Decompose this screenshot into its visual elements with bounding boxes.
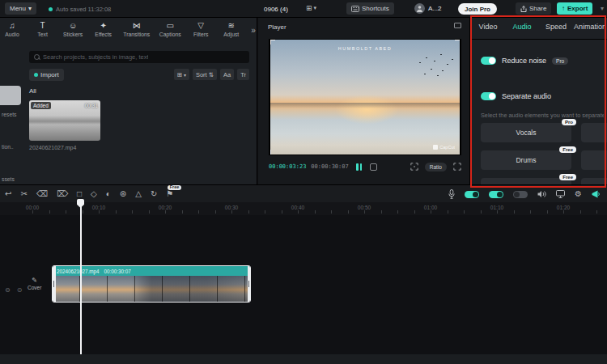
tool-stickers[interactable]: ☺Stickers <box>62 21 83 37</box>
export-button[interactable]: ↑ Export <box>557 2 592 15</box>
stem-vocals-button[interactable]: VocalsPro <box>481 123 571 142</box>
text-icon: T <box>40 21 45 31</box>
mask-icon[interactable]: ◐ <box>106 190 111 198</box>
stem-guitar-button[interactable]: Guitar <box>581 150 607 170</box>
stop-button[interactable] <box>370 163 377 171</box>
export-label: Export <box>567 5 588 12</box>
speaker-icon[interactable] <box>537 190 546 198</box>
added-badge: Added <box>31 102 51 109</box>
account-button[interactable]: A...2 <box>414 3 441 14</box>
stem-badge: Free <box>559 174 576 180</box>
chevron-down-icon[interactable]: ▾ <box>601 5 604 12</box>
tool-adjust[interactable]: ≋Adjust <box>221 21 242 37</box>
undo-icon[interactable]: ↩ <box>5 190 11 198</box>
tool-audio[interactable]: ♫Audio <box>2 21 23 37</box>
stem-drums-button[interactable]: DrumsFree <box>481 150 571 170</box>
media-category-rail: resets tion.. ssets <box>0 65 24 184</box>
ruler-label: 00:50 <box>358 205 371 210</box>
track-lock-icon[interactable]: ⊙ <box>17 286 23 294</box>
timeline-toggle-2[interactable] <box>489 191 503 198</box>
fit-screen-icon[interactable] <box>410 163 418 171</box>
selection-handle[interactable] <box>455 40 460 44</box>
share-label: Share <box>529 5 546 12</box>
pencil-icon: ✎ <box>32 277 37 284</box>
rail-item-animation[interactable]: tion.. <box>2 144 14 150</box>
tab-animation[interactable]: Animation <box>573 23 607 31</box>
sticker-icon: ☺ <box>69 21 77 31</box>
avatar <box>414 3 425 14</box>
menu-button[interactable]: Menu ▾ <box>5 2 36 15</box>
microphone-icon[interactable] <box>448 189 455 199</box>
separate-audio-toggle[interactable] <box>481 92 496 100</box>
trim-handle-left[interactable] <box>52 265 56 303</box>
tool-text[interactable]: TText <box>32 21 53 37</box>
timeline-toggle-1[interactable] <box>465 191 479 198</box>
filter-tr-button[interactable]: Tr <box>237 69 249 80</box>
tool-captions[interactable]: ▭Captions <box>159 21 181 37</box>
all-filter-label[interactable]: All <box>29 87 36 95</box>
share-button[interactable]: Share <box>516 2 551 15</box>
media-panel: ♫Audio TText ☺Stickers ✦Effects ⋈Transit… <box>0 18 257 184</box>
view-mode-button[interactable]: ⊞▾ <box>174 69 189 80</box>
playhead-line[interactable] <box>80 201 82 354</box>
timeline-tracks[interactable]: ⊖ ⊙ ✎ Cover 20240621027.mp4 00:00:30:07 <box>0 215 607 364</box>
tab-speed[interactable]: Speed <box>539 23 573 31</box>
rail-item-assets[interactable]: ssets <box>2 176 15 182</box>
search-placeholder: Search projects, subjects in image, text <box>43 53 148 61</box>
megaphone-icon[interactable] <box>592 190 601 198</box>
delete-left-icon[interactable]: ⌫ <box>36 190 48 198</box>
tool-transitions[interactable]: ⋈Transitions <box>123 21 150 37</box>
pro-badge: Pro <box>552 57 568 65</box>
selection-handle[interactable] <box>270 40 275 44</box>
join-pro-button[interactable]: Join Pro <box>458 3 497 15</box>
selection-handle[interactable] <box>270 150 275 154</box>
video-clip[interactable]: 20240621027.mp4 00:00:30:07 <box>52 265 251 303</box>
ratio-button[interactable]: Ratio <box>425 163 447 171</box>
layout-grid-button[interactable]: ⊞ ▾ <box>306 4 316 12</box>
video-stage: HUMBOLDT ABED CapCut <box>269 39 461 155</box>
import-row: Import ⊞▾ Sort⇅ Aa Tr <box>29 69 249 81</box>
filter-tool-icon[interactable]: △ <box>135 190 142 198</box>
cover-button[interactable]: ✎ Cover <box>28 277 41 290</box>
filter-aa-button[interactable]: Aa <box>220 69 234 80</box>
track-hide-icon[interactable]: ⊖ <box>5 286 11 294</box>
delete-right-icon[interactable]: ⌦ <box>57 190 68 198</box>
pause-button[interactable] <box>356 163 362 171</box>
settings-gear-icon[interactable]: ⚙ <box>575 190 582 198</box>
media-search-input[interactable]: Search projects, subjects in image, text <box>29 51 249 63</box>
reduce-noise-toggle[interactable] <box>481 57 496 65</box>
fullscreen-icon[interactable] <box>453 163 461 171</box>
tab-video[interactable]: Video <box>471 23 505 31</box>
player-display-icon[interactable] <box>454 23 461 28</box>
timeline-ruler[interactable]: 00:00 00:10 00:20 00:30 00:40 00:50 01:0… <box>0 202 607 215</box>
timeline-toggle-3[interactable] <box>513 191 528 198</box>
rotate-icon[interactable]: ↻ <box>151 190 157 198</box>
shortcuts-button[interactable]: Shortcuts <box>346 2 394 15</box>
asset-tools-row: ♫Audio TText ☺Stickers ✦Effects ⋈Transit… <box>2 21 256 37</box>
stem-instrument-button[interactable]: Instrument <box>581 123 607 142</box>
timeline-scroll-strip[interactable] <box>0 354 607 364</box>
rail-selected-item[interactable] <box>0 86 21 105</box>
tool-effects[interactable]: ✦Effects <box>93 21 114 37</box>
import-button[interactable]: Import <box>29 69 64 81</box>
effects-icon: ✦ <box>100 21 106 31</box>
sort-arrows-icon: ⇅ <box>209 71 214 78</box>
sort-button[interactable]: Sort⇅ <box>193 69 217 80</box>
trim-handle-right[interactable] <box>248 265 252 303</box>
sunset-glow <box>335 95 400 125</box>
display-icon[interactable] <box>556 190 565 198</box>
autosave-dot-icon <box>49 7 53 11</box>
record-icon[interactable]: ⚑ Free <box>166 190 173 198</box>
media-asset-thumbnail[interactable]: Added 00:31 <box>29 100 100 141</box>
freeze-frame-icon[interactable]: ⊛ <box>120 190 126 198</box>
tool-filters[interactable]: ▽Filters <box>190 21 211 37</box>
rail-item-presets[interactable]: resets <box>2 112 17 117</box>
autosave-status: Auto saved 11:32:08 <box>49 6 111 13</box>
selection-handle[interactable] <box>455 150 460 154</box>
tab-audio[interactable]: Audio <box>505 23 539 31</box>
tools-expand-button[interactable]: » <box>251 24 256 35</box>
crop-icon[interactable]: □ <box>77 190 82 198</box>
video-preview[interactable]: HUMBOLDT ABED CapCut <box>270 40 460 154</box>
marker-icon[interactable]: ◇ <box>91 190 97 198</box>
split-icon[interactable]: ✂ <box>20 190 27 198</box>
